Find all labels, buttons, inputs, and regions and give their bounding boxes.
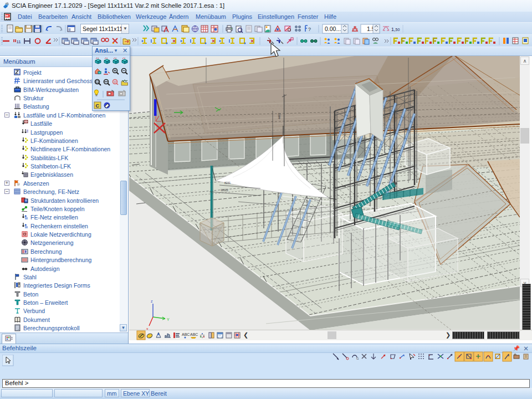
svg-text:ABC: ABC	[182, 332, 190, 336]
svg-text:G: G	[356, 357, 359, 360]
svg-text:Y: Y	[167, 318, 170, 321]
svg-text:C: C	[96, 103, 100, 109]
svg-text:0.00...: 0.00...	[325, 25, 341, 32]
svg-text:12022: 12022	[221, 188, 228, 192]
svg-text:ABC: ABC	[190, 332, 198, 336]
svg-text:1,50: 1,50	[391, 27, 400, 32]
svg-text:8231: 8231	[224, 181, 231, 185]
svg-text:R: R	[114, 80, 117, 84]
svg-text:z: z	[151, 299, 153, 303]
svg-text:4493: 4493	[278, 113, 281, 119]
svg-text:11: 11	[17, 39, 22, 44]
svg-text:?: ?	[308, 27, 311, 32]
